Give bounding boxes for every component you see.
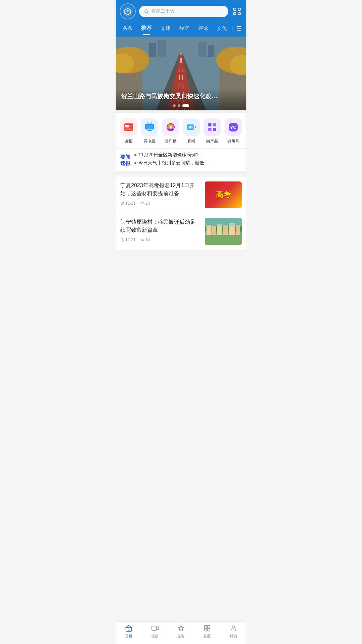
app-logo[interactable] bbox=[120, 3, 136, 19]
news-thumb-0: 高考 bbox=[205, 181, 242, 208]
quick-label-yc: 银川号 bbox=[227, 139, 239, 144]
news-thumb-text-0: 高考 bbox=[216, 190, 231, 200]
svg-rect-52 bbox=[213, 128, 216, 131]
quick-item-dubao[interactable]: 读报 bbox=[120, 118, 137, 144]
hero-dot-1[interactable] bbox=[178, 104, 180, 107]
svg-rect-62 bbox=[212, 226, 216, 235]
news-date-1: 11-21 bbox=[120, 237, 136, 242]
quick-label-dubao: 读报 bbox=[125, 139, 133, 144]
tv-icon bbox=[141, 118, 158, 136]
clock-icon bbox=[120, 201, 124, 205]
svg-point-56 bbox=[142, 203, 143, 204]
quick-label-tv: 看电视 bbox=[143, 139, 156, 144]
news-content-1: 闽宁镇原隆村：移民搬迁后劲足 续写致富新篇章 11-21 14 bbox=[120, 218, 201, 245]
svg-point-47 bbox=[189, 126, 191, 128]
hero-dot-0[interactable] bbox=[173, 104, 176, 107]
svg-point-58 bbox=[142, 239, 143, 240]
ticker-badge: 要闻 速报 bbox=[120, 154, 130, 167]
tab-tuijian[interactable]: 推荐 bbox=[137, 23, 156, 34]
news-date-0: 11-21 bbox=[120, 201, 136, 206]
svg-text:YC: YC bbox=[230, 125, 236, 130]
svg-rect-51 bbox=[208, 128, 212, 131]
svg-line-38 bbox=[150, 123, 152, 124]
ticker-item-1[interactable]: 今日天气丨银川多云间晴，最低… bbox=[134, 160, 242, 166]
eye-icon-1 bbox=[140, 238, 144, 242]
products-icon bbox=[203, 118, 221, 136]
svg-rect-34 bbox=[146, 125, 153, 129]
svg-rect-64 bbox=[223, 225, 228, 235]
search-placeholder: 喜迎二十大 bbox=[151, 8, 175, 14]
quick-item-live[interactable]: 直播 bbox=[183, 118, 200, 144]
svg-marker-45 bbox=[195, 126, 197, 128]
svg-rect-35 bbox=[148, 130, 151, 130]
newspaper-icon bbox=[120, 118, 137, 136]
search-icon bbox=[144, 9, 149, 14]
news-meta-0: 11-21 20 bbox=[120, 201, 201, 206]
quick-label-products: 融产品 bbox=[206, 139, 218, 144]
ticker-item-0[interactable]: 11月20日全区新增确诊病例1… bbox=[134, 152, 242, 158]
clock-icon-1 bbox=[120, 238, 124, 242]
svg-rect-4 bbox=[234, 12, 236, 15]
svg-rect-42 bbox=[167, 127, 169, 129]
tab-dangjian[interactable]: 党建 bbox=[156, 23, 175, 34]
news-thumb-1 bbox=[205, 218, 242, 245]
news-ticker: 要闻 速报 11月20日全区新增确诊病例1… 今日天气丨银川多云间晴，最低… bbox=[116, 148, 246, 171]
nav-tabs: 头条 推荐 党建 经济 评论 文化 | ☰ bbox=[116, 23, 246, 37]
news-meta-1: 11-21 14 bbox=[120, 237, 201, 242]
svg-rect-28 bbox=[125, 125, 129, 127]
hero-dot-2[interactable] bbox=[182, 104, 189, 107]
yc-icon: YC bbox=[225, 118, 242, 136]
svg-point-48 bbox=[188, 125, 189, 126]
quick-item-radio[interactable]: 听广播 bbox=[162, 118, 179, 144]
svg-rect-49 bbox=[208, 123, 212, 126]
svg-rect-50 bbox=[213, 123, 216, 126]
svg-point-41 bbox=[170, 126, 172, 128]
svg-rect-43 bbox=[173, 127, 174, 129]
separator-2 bbox=[116, 171, 246, 174]
news-item-0[interactable]: 宁夏2023年高考报名12月1日开始，这些材料要提前准备！ 11-21 20 bbox=[116, 177, 246, 213]
svg-rect-36 bbox=[147, 130, 152, 131]
live-icon bbox=[183, 118, 200, 136]
svg-rect-67 bbox=[205, 218, 242, 226]
news-views-1: 14 bbox=[140, 237, 150, 242]
search-bar[interactable]: 喜迎二十大 bbox=[139, 6, 228, 17]
svg-rect-3 bbox=[238, 8, 240, 10]
quick-item-tv[interactable]: 看电视 bbox=[141, 118, 158, 144]
quick-item-yc[interactable]: YC 银川号 bbox=[225, 118, 242, 144]
nav-more-button[interactable]: ☰ bbox=[234, 25, 244, 32]
tab-jingji[interactable]: 经济 bbox=[175, 23, 194, 34]
news-content-0: 宁夏2023年高考报名12月1日开始，这些材料要提前准备！ 11-21 20 bbox=[120, 181, 201, 208]
svg-rect-2 bbox=[234, 8, 236, 10]
ticker-items: 11月20日全区新增确诊病例1… 今日天气丨银川多云间晴，最低… bbox=[134, 152, 242, 168]
tab-toutiao[interactable]: 头条 bbox=[118, 23, 137, 34]
hero-banner[interactable]: 贺兰山路与民族街交叉口快速化改… bbox=[116, 37, 246, 110]
eye-icon bbox=[140, 201, 144, 205]
hero-dots bbox=[173, 104, 189, 107]
ticker-dot-0 bbox=[134, 154, 136, 156]
separator-1 bbox=[116, 110, 246, 113]
news-item-1[interactable]: 闽宁镇原隆村：移民搬迁后劲足 续写致富新篇章 11-21 14 bbox=[116, 213, 246, 250]
quick-label-live: 直播 bbox=[187, 139, 195, 144]
header: 喜迎二十大 bbox=[116, 0, 246, 23]
quick-item-products[interactable]: 融产品 bbox=[203, 118, 221, 144]
news-title-0: 宁夏2023年高考报名12月1日开始，这些材料要提前准备！ bbox=[120, 181, 201, 198]
news-views-0: 20 bbox=[140, 201, 150, 206]
news-title-1: 闽宁镇原隆村：移民搬迁后劲足 续写致富新篇章 bbox=[120, 218, 201, 234]
radio-icon bbox=[162, 118, 179, 136]
ticker-badge-line1: 要闻 速报 bbox=[120, 154, 130, 167]
nav-divider: | bbox=[231, 25, 234, 32]
news-list: 宁夏2023年高考报名12月1日开始，这些材料要提前准备！ 11-21 20 bbox=[116, 177, 246, 250]
hero-title: 贺兰山路与民族街交叉口快速化改… bbox=[121, 92, 241, 100]
quick-label-radio: 听广播 bbox=[165, 139, 177, 144]
svg-line-37 bbox=[147, 123, 148, 124]
quick-actions: 读报 看电视 bbox=[116, 113, 246, 148]
tab-wenhua[interactable]: 文化 bbox=[213, 23, 231, 34]
tab-pinglun[interactable]: 评论 bbox=[194, 23, 213, 34]
village-thumb-svg bbox=[205, 218, 242, 245]
scan-button[interactable] bbox=[232, 6, 242, 17]
ticker-dot-1 bbox=[134, 162, 136, 164]
